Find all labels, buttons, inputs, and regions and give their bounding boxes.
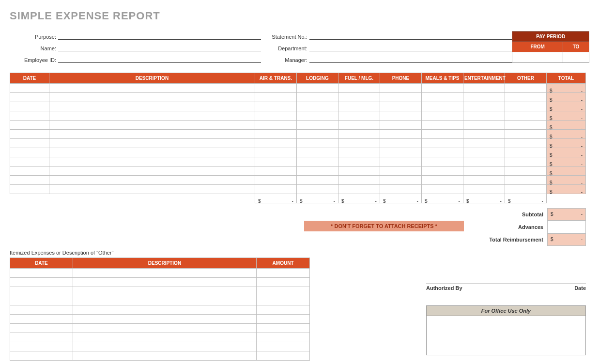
expense-cell[interactable] bbox=[49, 185, 255, 194]
expense-cell[interactable] bbox=[10, 185, 49, 194]
itemized-cell[interactable] bbox=[257, 269, 310, 278]
itemized-cell[interactable] bbox=[257, 296, 310, 305]
expense-cell[interactable] bbox=[421, 121, 463, 130]
itemized-cell[interactable] bbox=[73, 315, 256, 324]
expense-cell[interactable] bbox=[338, 148, 380, 157]
expense-cell[interactable] bbox=[421, 130, 463, 139]
expense-cell[interactable] bbox=[49, 167, 255, 176]
expense-cell[interactable] bbox=[49, 130, 255, 139]
expense-cell[interactable] bbox=[505, 185, 546, 194]
expense-cell[interactable] bbox=[255, 148, 296, 157]
statement-no-input[interactable] bbox=[309, 32, 512, 40]
expense-cell[interactable] bbox=[380, 185, 421, 194]
itemized-cell[interactable] bbox=[10, 296, 73, 305]
expense-cell[interactable] bbox=[463, 102, 505, 111]
expense-cell[interactable] bbox=[338, 84, 380, 93]
expense-cell[interactable] bbox=[296, 176, 338, 185]
expense-cell[interactable] bbox=[296, 130, 338, 139]
expense-cell[interactable] bbox=[421, 93, 463, 102]
expense-cell[interactable] bbox=[296, 121, 338, 130]
expense-cell[interactable] bbox=[338, 102, 380, 111]
expense-cell[interactable] bbox=[338, 139, 380, 148]
itemized-cell[interactable] bbox=[10, 287, 73, 296]
expense-cell[interactable] bbox=[463, 148, 505, 157]
expense-cell[interactable] bbox=[505, 102, 546, 111]
name-input[interactable] bbox=[58, 44, 261, 51]
expense-cell[interactable] bbox=[49, 157, 255, 167]
itemized-cell[interactable] bbox=[73, 269, 256, 278]
expense-cell[interactable] bbox=[463, 130, 505, 139]
itemized-cell[interactable] bbox=[10, 351, 73, 361]
expense-cell[interactable] bbox=[421, 167, 463, 176]
expense-cell[interactable] bbox=[505, 157, 546, 167]
office-use-body[interactable] bbox=[427, 316, 585, 355]
itemized-cell[interactable] bbox=[257, 305, 310, 315]
expense-cell[interactable] bbox=[463, 167, 505, 176]
expense-cell[interactable] bbox=[10, 167, 49, 176]
expense-cell[interactable] bbox=[463, 111, 505, 121]
expense-cell[interactable] bbox=[255, 121, 296, 130]
expense-cell[interactable] bbox=[49, 176, 255, 185]
expense-cell[interactable] bbox=[505, 130, 546, 139]
itemized-cell[interactable] bbox=[73, 333, 256, 342]
expense-cell[interactable] bbox=[338, 121, 380, 130]
itemized-cell[interactable] bbox=[257, 342, 310, 351]
expense-cell[interactable] bbox=[10, 102, 49, 111]
expense-cell[interactable] bbox=[296, 93, 338, 102]
expense-cell[interactable] bbox=[49, 102, 255, 111]
itemized-cell[interactable] bbox=[10, 305, 73, 315]
expense-cell[interactable] bbox=[338, 185, 380, 194]
purpose-input[interactable] bbox=[58, 32, 261, 40]
expense-cell[interactable] bbox=[10, 130, 49, 139]
expense-cell[interactable] bbox=[255, 176, 296, 185]
itemized-cell[interactable] bbox=[73, 296, 256, 305]
expense-cell[interactable] bbox=[338, 93, 380, 102]
itemized-cell[interactable] bbox=[257, 324, 310, 333]
expense-cell[interactable] bbox=[10, 84, 49, 93]
itemized-cell[interactable] bbox=[73, 342, 256, 351]
itemized-cell[interactable] bbox=[257, 351, 310, 361]
expense-cell[interactable] bbox=[296, 84, 338, 93]
expense-cell[interactable] bbox=[338, 167, 380, 176]
expense-cell[interactable] bbox=[505, 84, 546, 93]
expense-cell[interactable] bbox=[380, 84, 421, 93]
expense-cell[interactable] bbox=[463, 176, 505, 185]
itemized-cell[interactable] bbox=[257, 278, 310, 287]
expense-cell[interactable] bbox=[49, 84, 255, 93]
itemized-cell[interactable] bbox=[73, 324, 256, 333]
expense-cell[interactable] bbox=[10, 157, 49, 167]
expense-cell[interactable] bbox=[421, 84, 463, 93]
itemized-cell[interactable] bbox=[73, 278, 256, 287]
expense-cell[interactable] bbox=[505, 148, 546, 157]
itemized-cell[interactable] bbox=[73, 305, 256, 315]
itemized-cell[interactable] bbox=[10, 278, 73, 287]
expense-cell[interactable] bbox=[338, 111, 380, 121]
expense-cell[interactable] bbox=[49, 121, 255, 130]
expense-cell[interactable] bbox=[505, 139, 546, 148]
expense-cell[interactable] bbox=[49, 139, 255, 148]
expense-cell[interactable] bbox=[296, 102, 338, 111]
expense-cell[interactable] bbox=[421, 139, 463, 148]
expense-cell[interactable] bbox=[10, 121, 49, 130]
expense-cell[interactable] bbox=[463, 121, 505, 130]
expense-cell[interactable] bbox=[10, 93, 49, 102]
expense-cell[interactable] bbox=[463, 93, 505, 102]
expense-cell[interactable] bbox=[380, 121, 421, 130]
expense-cell[interactable] bbox=[255, 102, 296, 111]
expense-cell[interactable] bbox=[380, 93, 421, 102]
expense-cell[interactable] bbox=[338, 157, 380, 167]
expense-cell[interactable] bbox=[296, 167, 338, 176]
expense-cell[interactable] bbox=[255, 111, 296, 121]
expense-cell[interactable] bbox=[255, 84, 296, 93]
expense-cell[interactable] bbox=[463, 185, 505, 194]
expense-cell[interactable] bbox=[296, 185, 338, 194]
expense-cell[interactable] bbox=[380, 176, 421, 185]
advances-value[interactable] bbox=[547, 221, 586, 233]
itemized-cell[interactable] bbox=[73, 287, 256, 296]
itemized-cell[interactable] bbox=[10, 324, 73, 333]
expense-cell[interactable] bbox=[255, 93, 296, 102]
expense-cell[interactable] bbox=[296, 157, 338, 167]
expense-cell[interactable] bbox=[505, 121, 546, 130]
itemized-cell[interactable] bbox=[10, 269, 73, 278]
expense-cell[interactable] bbox=[421, 102, 463, 111]
